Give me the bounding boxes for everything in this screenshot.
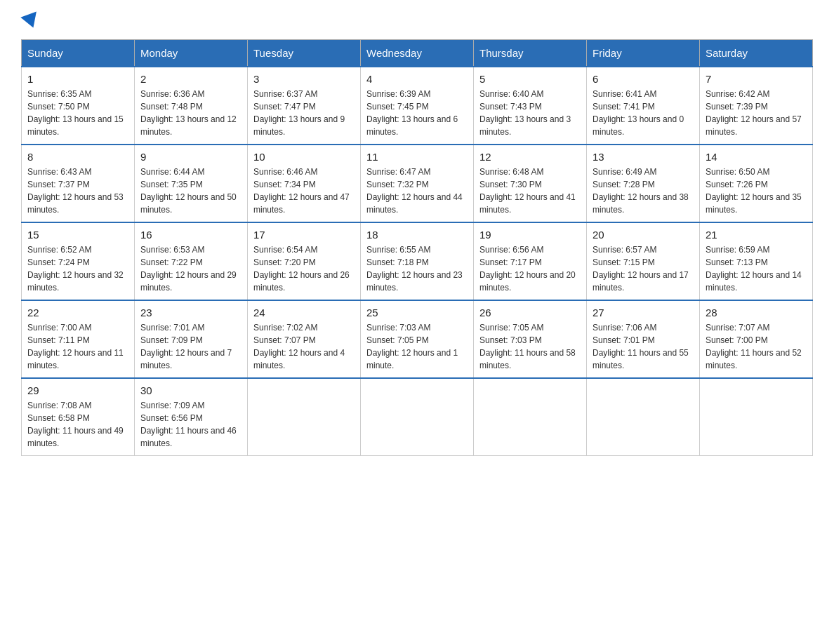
day-info: Sunrise: 6:35 AM Sunset: 7:50 PM Dayligh… bbox=[27, 88, 128, 138]
calendar-header-friday: Friday bbox=[587, 40, 700, 67]
day-info: Sunrise: 6:50 AM Sunset: 7:26 PM Dayligh… bbox=[706, 166, 807, 216]
day-number: 19 bbox=[479, 229, 581, 241]
calendar-cell: 11 Sunrise: 6:47 AM Sunset: 7:32 PM Dayl… bbox=[361, 145, 474, 222]
day-number: 25 bbox=[366, 307, 468, 318]
day-number: 29 bbox=[27, 384, 128, 396]
day-number: 12 bbox=[479, 151, 581, 163]
calendar-cell: 20 Sunrise: 6:57 AM Sunset: 7:15 PM Dayl… bbox=[587, 222, 700, 300]
calendar-cell: 12 Sunrise: 6:48 AM Sunset: 7:30 PM Dayl… bbox=[474, 145, 587, 222]
day-info: Sunrise: 6:57 AM Sunset: 7:15 PM Dayligh… bbox=[593, 243, 694, 294]
day-number: 2 bbox=[140, 73, 241, 85]
day-number: 6 bbox=[593, 73, 694, 85]
day-info: Sunrise: 6:46 AM Sunset: 7:34 PM Dayligh… bbox=[253, 166, 355, 216]
day-info: Sunrise: 6:47 AM Sunset: 7:32 PM Dayligh… bbox=[366, 166, 468, 216]
calendar-cell: 16 Sunrise: 6:53 AM Sunset: 7:22 PM Dayl… bbox=[135, 222, 248, 300]
day-number: 13 bbox=[593, 151, 694, 163]
day-number: 8 bbox=[27, 151, 128, 163]
calendar-cell: 17 Sunrise: 6:54 AM Sunset: 7:20 PM Dayl… bbox=[248, 222, 361, 300]
calendar-cell: 8 Sunrise: 6:43 AM Sunset: 7:37 PM Dayli… bbox=[22, 145, 135, 222]
calendar-cell: 7 Sunrise: 6:42 AM Sunset: 7:39 PM Dayli… bbox=[700, 67, 813, 145]
day-number: 10 bbox=[253, 151, 355, 163]
day-number: 22 bbox=[27, 307, 128, 318]
day-number: 21 bbox=[706, 229, 807, 241]
day-number: 18 bbox=[366, 229, 468, 241]
calendar-cell: 29 Sunrise: 7:08 AM Sunset: 6:58 PM Dayl… bbox=[22, 378, 135, 456]
day-info: Sunrise: 6:43 AM Sunset: 7:37 PM Dayligh… bbox=[27, 166, 128, 216]
calendar-header-monday: Monday bbox=[135, 40, 248, 67]
calendar-cell: 2 Sunrise: 6:36 AM Sunset: 7:48 PM Dayli… bbox=[135, 67, 248, 145]
day-number: 5 bbox=[479, 73, 581, 85]
day-info: Sunrise: 6:49 AM Sunset: 7:28 PM Dayligh… bbox=[593, 166, 694, 216]
calendar-cell: 30 Sunrise: 7:09 AM Sunset: 6:56 PM Dayl… bbox=[135, 378, 248, 456]
calendar-cell: 3 Sunrise: 6:37 AM Sunset: 7:47 PM Dayli… bbox=[248, 67, 361, 145]
day-info: Sunrise: 7:05 AM Sunset: 7:03 PM Dayligh… bbox=[479, 321, 581, 372]
day-info: Sunrise: 6:56 AM Sunset: 7:17 PM Dayligh… bbox=[479, 243, 581, 294]
day-number: 4 bbox=[366, 73, 468, 85]
calendar-cell bbox=[361, 378, 474, 456]
day-info: Sunrise: 7:08 AM Sunset: 6:58 PM Dayligh… bbox=[27, 399, 128, 450]
page-header bbox=[21, 14, 813, 28]
calendar-cell: 27 Sunrise: 7:06 AM Sunset: 7:01 PM Dayl… bbox=[587, 300, 700, 378]
day-info: Sunrise: 6:48 AM Sunset: 7:30 PM Dayligh… bbox=[479, 166, 581, 216]
day-number: 17 bbox=[253, 229, 355, 241]
day-info: Sunrise: 6:52 AM Sunset: 7:24 PM Dayligh… bbox=[27, 243, 128, 294]
calendar-cell: 5 Sunrise: 6:40 AM Sunset: 7:43 PM Dayli… bbox=[474, 67, 587, 145]
day-info: Sunrise: 6:37 AM Sunset: 7:47 PM Dayligh… bbox=[253, 88, 355, 138]
calendar-cell: 24 Sunrise: 7:02 AM Sunset: 7:07 PM Dayl… bbox=[248, 300, 361, 378]
day-number: 9 bbox=[140, 151, 241, 163]
day-number: 1 bbox=[27, 73, 128, 85]
day-number: 11 bbox=[366, 151, 468, 163]
day-number: 16 bbox=[140, 229, 241, 241]
calendar-cell: 9 Sunrise: 6:44 AM Sunset: 7:35 PM Dayli… bbox=[135, 145, 248, 222]
calendar-week-row: 29 Sunrise: 7:08 AM Sunset: 6:58 PM Dayl… bbox=[22, 378, 813, 456]
calendar-cell: 28 Sunrise: 7:07 AM Sunset: 7:00 PM Dayl… bbox=[700, 300, 813, 378]
calendar-cell: 26 Sunrise: 7:05 AM Sunset: 7:03 PM Dayl… bbox=[474, 300, 587, 378]
day-info: Sunrise: 7:06 AM Sunset: 7:01 PM Dayligh… bbox=[593, 321, 694, 372]
day-number: 20 bbox=[593, 229, 694, 241]
calendar-cell bbox=[700, 378, 813, 456]
calendar-cell: 23 Sunrise: 7:01 AM Sunset: 7:09 PM Dayl… bbox=[135, 300, 248, 378]
calendar-cell: 1 Sunrise: 6:35 AM Sunset: 7:50 PM Dayli… bbox=[22, 67, 135, 145]
calendar-cell bbox=[474, 378, 587, 456]
day-number: 26 bbox=[479, 307, 581, 318]
day-number: 27 bbox=[593, 307, 694, 318]
calendar-week-row: 1 Sunrise: 6:35 AM Sunset: 7:50 PM Dayli… bbox=[22, 67, 813, 145]
calendar-week-row: 8 Sunrise: 6:43 AM Sunset: 7:37 PM Dayli… bbox=[22, 145, 813, 222]
day-info: Sunrise: 6:42 AM Sunset: 7:39 PM Dayligh… bbox=[706, 88, 807, 138]
calendar-cell: 6 Sunrise: 6:41 AM Sunset: 7:41 PM Dayli… bbox=[587, 67, 700, 145]
calendar-cell: 22 Sunrise: 7:00 AM Sunset: 7:11 PM Dayl… bbox=[22, 300, 135, 378]
day-info: Sunrise: 6:54 AM Sunset: 7:20 PM Dayligh… bbox=[253, 243, 355, 294]
day-info: Sunrise: 7:07 AM Sunset: 7:00 PM Dayligh… bbox=[706, 321, 807, 372]
day-info: Sunrise: 6:44 AM Sunset: 7:35 PM Dayligh… bbox=[140, 166, 241, 216]
day-number: 23 bbox=[140, 307, 241, 318]
logo-triangle-icon bbox=[20, 11, 41, 30]
day-number: 30 bbox=[140, 384, 241, 396]
day-info: Sunrise: 6:36 AM Sunset: 7:48 PM Dayligh… bbox=[140, 88, 241, 138]
calendar-header-row: SundayMondayTuesdayWednesdayThursdayFrid… bbox=[22, 40, 813, 67]
calendar-table: SundayMondayTuesdayWednesdayThursdayFrid… bbox=[21, 39, 813, 456]
day-number: 24 bbox=[253, 307, 355, 318]
day-info: Sunrise: 6:55 AM Sunset: 7:18 PM Dayligh… bbox=[366, 243, 468, 294]
day-number: 14 bbox=[706, 151, 807, 163]
day-number: 28 bbox=[706, 307, 807, 318]
day-number: 7 bbox=[706, 73, 807, 85]
day-info: Sunrise: 7:03 AM Sunset: 7:05 PM Dayligh… bbox=[366, 321, 468, 372]
day-info: Sunrise: 6:39 AM Sunset: 7:45 PM Dayligh… bbox=[366, 88, 468, 138]
calendar-cell: 18 Sunrise: 6:55 AM Sunset: 7:18 PM Dayl… bbox=[361, 222, 474, 300]
day-info: Sunrise: 7:02 AM Sunset: 7:07 PM Dayligh… bbox=[253, 321, 355, 372]
day-number: 15 bbox=[27, 229, 128, 241]
logo bbox=[21, 14, 41, 28]
calendar-cell bbox=[587, 378, 700, 456]
calendar-cell: 21 Sunrise: 6:59 AM Sunset: 7:13 PM Dayl… bbox=[700, 222, 813, 300]
calendar-header-thursday: Thursday bbox=[474, 40, 587, 67]
calendar-cell: 10 Sunrise: 6:46 AM Sunset: 7:34 PM Dayl… bbox=[248, 145, 361, 222]
day-number: 3 bbox=[253, 73, 355, 85]
calendar-week-row: 22 Sunrise: 7:00 AM Sunset: 7:11 PM Dayl… bbox=[22, 300, 813, 378]
calendar-cell: 19 Sunrise: 6:56 AM Sunset: 7:17 PM Dayl… bbox=[474, 222, 587, 300]
calendar-cell bbox=[248, 378, 361, 456]
day-info: Sunrise: 7:00 AM Sunset: 7:11 PM Dayligh… bbox=[27, 321, 128, 372]
calendar-header-sunday: Sunday bbox=[22, 40, 135, 67]
calendar-cell: 14 Sunrise: 6:50 AM Sunset: 7:26 PM Dayl… bbox=[700, 145, 813, 222]
calendar-week-row: 15 Sunrise: 6:52 AM Sunset: 7:24 PM Dayl… bbox=[22, 222, 813, 300]
day-info: Sunrise: 6:41 AM Sunset: 7:41 PM Dayligh… bbox=[593, 88, 694, 138]
